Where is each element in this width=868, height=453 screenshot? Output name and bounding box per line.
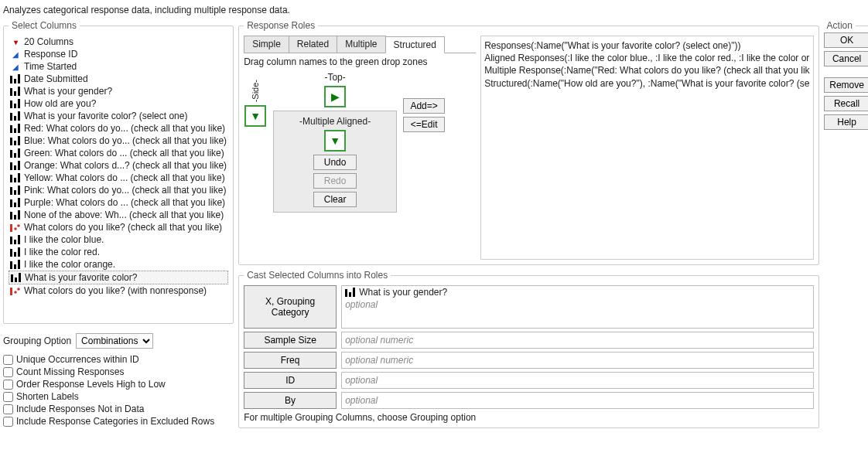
option-checkbox-label: Order Response Levels High to Low	[16, 379, 166, 390]
play-arrow-icon: ▶	[331, 91, 340, 102]
edit-button[interactable]: <=Edit	[403, 117, 445, 132]
action-group: Action OKCancel RemoveRecallHelp	[824, 20, 868, 133]
drag-hint: Drag column names to the green drop zone…	[244, 56, 476, 67]
option-checkbox[interactable]	[3, 380, 13, 390]
dialog-description: Analyzes categorical response data, incl…	[3, 5, 865, 15]
histogram-icon	[10, 198, 21, 207]
column-item-label: Date Submitted	[24, 73, 88, 84]
response-roles-legend: Response Roles	[244, 20, 318, 31]
clear-button[interactable]: Clear	[313, 192, 357, 207]
column-list[interactable]: ◢Response ID◢Time StartedDate SubmittedW…	[9, 48, 228, 318]
column-item-label: Yellow: What colors do ... (check all th…	[24, 172, 225, 183]
option-checkbox[interactable]	[3, 392, 13, 402]
column-item[interactable]: What colors do you like? (check all that…	[9, 221, 228, 233]
script-line: Aligned Responses(:I like the color blue…	[484, 52, 809, 64]
grouping-option-select[interactable]: Combinations	[76, 333, 153, 349]
cast-roles-hint: For multiple Grouping Columns, choose Gr…	[244, 412, 813, 423]
tab-structured[interactable]: Structured	[385, 36, 445, 53]
role-button-sample-size[interactable]: Sample Size	[244, 332, 337, 349]
column-item[interactable]: None of the above: Wh... (check all that…	[9, 209, 228, 221]
histogram-icon	[10, 173, 21, 182]
drop-zone-side[interactable]: ▼	[244, 105, 266, 127]
drop-zone-multiple-aligned[interactable]: ▼	[324, 130, 346, 152]
help-button[interactable]: Help	[824, 114, 868, 130]
column-item[interactable]: ◢Time Started	[9, 60, 228, 73]
option-checkbox-row[interactable]: Order Response Levels High to Low	[3, 378, 234, 390]
role-box-id[interactable]: optional	[341, 372, 813, 389]
column-item[interactable]: Green: What colors do ... (check all tha…	[9, 147, 228, 159]
column-item[interactable]: What is your favorite color? (select one…	[9, 110, 228, 122]
role-box-freq[interactable]: optional numeric	[341, 352, 813, 369]
x-grouping-box[interactable]: What is your gender? optional	[341, 285, 813, 329]
option-checkbox-label: Shorten Labels	[16, 391, 79, 402]
histogram-icon	[10, 161, 21, 170]
column-item[interactable]: Yellow: What colors do ... (check all th…	[9, 172, 228, 184]
column-item[interactable]: I like the color blue.	[9, 233, 228, 246]
column-item[interactable]: What is your favorite color?	[9, 271, 228, 284]
cast-roles-group: Cast Selected Columns into Roles X, Grou…	[238, 270, 818, 428]
column-item[interactable]: ◢Response ID	[9, 48, 228, 60]
tab-simple[interactable]: Simple	[244, 36, 289, 53]
column-item-label: Pink: What colors do yo... (check all th…	[24, 185, 226, 196]
option-checkbox[interactable]	[3, 417, 13, 427]
option-checkbox[interactable]	[3, 367, 13, 377]
x-grouping-value: What is your gender?	[359, 287, 447, 298]
column-item[interactable]: Blue: What colors do yo... (check all th…	[9, 135, 228, 147]
disclosure-triangle-icon[interactable]: ▾	[10, 37, 21, 46]
script-preview[interactable]: Responses(:Name("What is your favorite c…	[480, 36, 813, 260]
response-roles-tabs: SimpleRelatedMultipleStructured	[244, 36, 476, 53]
column-item[interactable]: What is your gender?	[9, 85, 228, 97]
role-placeholder: optional	[345, 395, 378, 406]
option-checkbox[interactable]	[3, 404, 13, 414]
drop-zone-top[interactable]: ▶	[324, 86, 346, 107]
option-checkbox-row[interactable]: Unique Occurrences within ID	[3, 353, 234, 366]
column-item-label: I like the color red.	[24, 247, 100, 257]
histogram-icon	[10, 87, 21, 96]
redo-button[interactable]: Redo	[313, 173, 357, 189]
option-checkbox-row[interactable]: Include Response Categories in Excluded …	[3, 415, 234, 427]
ok-button[interactable]: OK	[824, 32, 868, 48]
undo-button[interactable]: Undo	[313, 155, 357, 170]
option-checkbox[interactable]	[3, 355, 13, 365]
tab-related[interactable]: Related	[289, 36, 337, 53]
column-item[interactable]: Purple: What colors do ... (check all th…	[9, 196, 228, 209]
column-item[interactable]: I like the color red.	[9, 246, 228, 258]
add-button[interactable]: Add=>	[403, 98, 445, 114]
tab-multiple[interactable]: Multiple	[337, 36, 385, 53]
column-item[interactable]: What colors do you like? (with nonrespon…	[9, 284, 228, 297]
option-checkbox-row[interactable]: Shorten Labels	[3, 390, 234, 403]
role-button-freq[interactable]: Freq	[244, 352, 337, 369]
remove-button[interactable]: Remove	[824, 77, 868, 93]
script-line: Structured(:Name("How old are you?"), :N…	[484, 77, 809, 90]
recall-button[interactable]: Recall	[824, 96, 868, 111]
column-item-label: Blue: What colors do yo... (check all th…	[24, 135, 227, 146]
option-checkbox-row[interactable]: Count Missing Responses	[3, 366, 234, 378]
column-item[interactable]: I like the color orange.	[9, 258, 228, 271]
column-item[interactable]: Date Submitted	[9, 73, 228, 85]
role-box-sample-size[interactable]: optional numeric	[341, 332, 813, 349]
column-item-label: None of the above: Wh... (check all that…	[24, 209, 224, 220]
role-placeholder: optional	[345, 375, 378, 386]
select-columns-group: Select Columns ▾ 20 Columns ◢Response ID…	[3, 20, 234, 324]
cancel-button[interactable]: Cancel	[824, 51, 868, 66]
role-button-by[interactable]: By	[244, 392, 337, 409]
column-item[interactable]: Red: What colors do yo... (check all tha…	[9, 122, 228, 135]
column-item[interactable]: Orange: What colors d...? (check all tha…	[9, 159, 228, 172]
histogram-icon	[345, 288, 356, 297]
column-count-row[interactable]: ▾ 20 Columns	[9, 36, 228, 48]
x-grouping-placeholder: optional	[345, 299, 378, 310]
column-item[interactable]: How old are you?	[9, 97, 228, 110]
column-item-label: What is your gender?	[24, 86, 112, 97]
dropdown-arrow-icon: ▼	[330, 135, 340, 146]
column-item-label: Green: What colors do ... (check all tha…	[24, 148, 224, 158]
option-checkbox-row[interactable]: Include Responses Not in Data	[3, 403, 234, 415]
x-grouping-button[interactable]: X, Grouping Category	[244, 285, 337, 329]
column-item-label: I like the color orange.	[24, 259, 115, 270]
multiple-aligned-panel: -Multiple Aligned- ▼ Undo Redo Clear	[273, 111, 397, 213]
column-item[interactable]: Pink: What colors do yo... (check all th…	[9, 184, 228, 196]
column-item-label: What is your favorite color?	[25, 272, 137, 283]
histogram-icon	[10, 260, 21, 269]
role-box-by[interactable]: optional	[341, 392, 813, 409]
option-checkbox-label: Include Response Categories in Excluded …	[16, 416, 214, 427]
role-button-id[interactable]: ID	[244, 372, 337, 389]
